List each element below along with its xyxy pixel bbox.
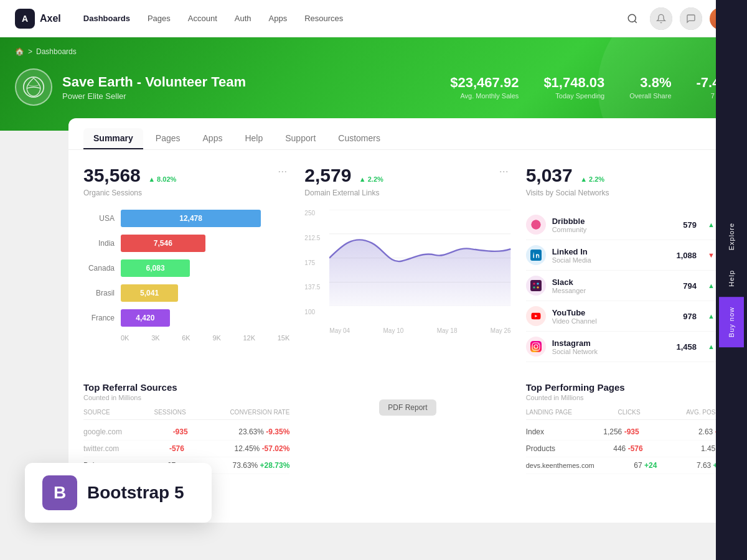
logo-text: Axel — [40, 13, 61, 24]
pdf-report-button[interactable]: PDF Report — [379, 399, 436, 416]
line-chart-x-axis: May 04 May 10 May 18 May 26 — [329, 327, 510, 334]
metric-badge-3: ▲ 2.2% — [580, 175, 604, 183]
bar-axis: 0K 3K 6K 9K 12K 15K — [83, 334, 289, 342]
svg-rect-9 — [530, 280, 542, 291]
metric-label-2: Domain External Links — [304, 189, 510, 197]
hero-subtitle: Power Elite Seller — [62, 91, 246, 101]
metric-badge-2: ▲ 2.2% — [359, 175, 383, 183]
svg-point-0 — [628, 14, 636, 22]
referral-row-2: twitter.com -576 12.45% -57.02% — [83, 441, 289, 457]
bar-row-brasil: Brasil 5,041 — [83, 284, 289, 302]
metric-value-2: 2,579 ▲ 2.2% — [304, 165, 383, 186]
dribbble-icon — [526, 215, 546, 235]
nav-account[interactable]: Account — [181, 10, 225, 27]
bar-row-india: India 7,546 — [83, 235, 289, 252]
metric-header-3: 5,037 ▲ 2.2% ··· — [526, 165, 732, 186]
stat-today-spending: $1,748.03 Today Spending — [543, 75, 604, 100]
navbar: A Axel Dashboards Pages Account Auth App… — [0, 0, 747, 37]
svg-rect-12 — [533, 287, 535, 289]
line-chart-container: 250 212.5 175 137.5 100 — [304, 210, 510, 334]
hero-stats: $23,467.92 Avg. Monthly Sales $1,748.03 … — [450, 75, 732, 100]
logo[interactable]: A Axel — [15, 9, 61, 29]
bootstrap-overlay: B Bootstrap 5 — [25, 463, 212, 523]
metric-value-3: 5,037 ▲ 2.2% — [526, 165, 605, 186]
tab-summary[interactable]: Summary — [83, 128, 143, 149]
referral-header: SOURCE SESSIONS CONVERSION RATE — [83, 409, 289, 420]
instagram-icon — [526, 337, 546, 357]
hero-section: 🏠 > Dashboards Save Earth - Volunteer Te… — [0, 37, 747, 131]
referral-sources: Top Referral Sources Counted in Millions… — [83, 382, 289, 474]
metric-header-2: 2,579 ▲ 2.2% ··· — [304, 165, 510, 186]
right-panel: Explore Help Buy now — [716, 0, 747, 523]
metric-social-networks: 5,037 ▲ 2.2% ··· Visits by Social Networ… — [526, 165, 732, 362]
breadcrumb-page: Dashboards — [36, 47, 77, 56]
line-chart-svg — [329, 210, 510, 306]
social-row-slack: Slack Messanger 794 ▲ 0.2% — [526, 271, 732, 301]
tab-customers[interactable]: Customers — [328, 128, 390, 149]
metric-label-3: Visits by Social Networks — [526, 189, 732, 197]
metric-value-1: 35,568 ▲ 8.02% — [83, 165, 176, 186]
explore-button[interactable]: Explore — [719, 213, 744, 260]
buy-now-button[interactable]: Buy now — [719, 297, 744, 347]
linkedin-icon — [526, 245, 546, 265]
help-button[interactable]: Help — [719, 260, 744, 297]
svg-rect-13 — [537, 287, 538, 289]
metric-domain-links: 2,579 ▲ 2.2% ··· Domain External Links 2… — [304, 165, 510, 362]
search-button[interactable] — [622, 9, 642, 29]
metric-menu-1[interactable]: ··· — [275, 165, 289, 178]
bootstrap-icon: B — [42, 475, 77, 510]
bar-chart: USA 12,478 India 7,546 Canada 6,083 — [83, 210, 289, 342]
tab-pages[interactable]: Pages — [146, 128, 190, 149]
metric-menu-2[interactable]: ··· — [497, 165, 511, 178]
nav-apps[interactable]: Apps — [261, 10, 295, 27]
hero-title: Save Earth - Volunteer Team — [62, 74, 246, 90]
performing-row-2: Products 446 -576 1.45 0.32 — [526, 441, 732, 457]
bar-row-france: France 4,420 — [83, 309, 289, 327]
nav-resources[interactable]: Resources — [297, 10, 350, 27]
nav-dashboards[interactable]: Dashboards — [76, 10, 138, 27]
home-icon: 🏠 — [15, 47, 24, 56]
breadcrumb: 🏠 > Dashboards — [15, 47, 732, 56]
bootstrap-label: Bootstrap 5 — [87, 483, 184, 503]
notifications-icon[interactable] — [650, 7, 672, 30]
social-row-linkedin: Linked In Social Media 1,088 ▼ 0.4% — [526, 240, 732, 271]
performing-pages: Top Performing Pages Counted in Millions… — [526, 382, 732, 474]
nav-auth[interactable]: Auth — [227, 10, 259, 27]
bottom-grid: Top Referral Sources Counted in Millions… — [68, 382, 747, 474]
breadcrumb-sep: > — [28, 47, 32, 56]
tab-help[interactable]: Help — [235, 128, 273, 149]
svg-rect-11 — [537, 283, 538, 285]
svg-rect-10 — [533, 283, 535, 285]
nav-items: Dashboards Pages Account Auth Apps Resou… — [76, 10, 351, 27]
social-row-dribbble: Dribbble Community 579 ▲ 2.6% — [526, 210, 732, 240]
referral-row-1: google.com -935 23.63% -9.35% — [83, 424, 289, 441]
stat-overall-share: 3.8% Overall Share — [629, 75, 671, 100]
performing-header: LANDING PAGE CLICKS AVG. POSITION — [526, 409, 732, 420]
metric-label-1: Organic Sessions — [83, 189, 289, 197]
metric-badge-1: ▲ 8.02% — [148, 175, 176, 183]
stat-monthly-sales: $23,467.92 Avg. Monthly Sales — [450, 75, 519, 100]
metric-organic-sessions: 35,568 ▲ 8.02% ··· Organic Sessions USA … — [83, 165, 289, 362]
social-row-instagram: Instagram Social Network 1,458 ▲ 8.3% — [526, 332, 732, 362]
main-content: Summary Pages Apps Help Support Customer… — [68, 118, 747, 523]
performing-row-1: Index 1,256 -935 2.63 -1.35 — [526, 424, 732, 441]
svg-point-17 — [538, 344, 539, 345]
bar-row-canada: Canada 6,083 — [83, 259, 289, 277]
tab-support[interactable]: Support — [275, 128, 326, 149]
youtube-icon — [526, 306, 546, 326]
bar-row-usa: USA 12,478 — [83, 210, 289, 227]
nav-pages[interactable]: Pages — [140, 10, 178, 27]
tab-apps[interactable]: Apps — [193, 128, 233, 149]
hero-content: Save Earth - Volunteer Team Power Elite … — [15, 68, 732, 106]
pdf-report-section: PDF Report — [304, 382, 510, 474]
logo-icon: A — [15, 9, 35, 29]
slack-icon — [526, 276, 546, 296]
metric-header-1: 35,568 ▲ 8.02% ··· — [83, 165, 289, 186]
metrics-grid: 35,568 ▲ 8.02% ··· Organic Sessions USA … — [68, 150, 747, 377]
hero-text: Save Earth - Volunteer Team Power Elite … — [62, 74, 246, 101]
line-chart-y-axis: 250 212.5 175 137.5 100 — [304, 210, 326, 315]
tabs: Summary Pages Apps Help Support Customer… — [68, 118, 747, 150]
messages-icon[interactable] — [680, 7, 702, 30]
social-row-youtube: YouTube Video Channel 978 ▲ 4.1% — [526, 301, 732, 332]
hero-logo — [15, 68, 52, 106]
